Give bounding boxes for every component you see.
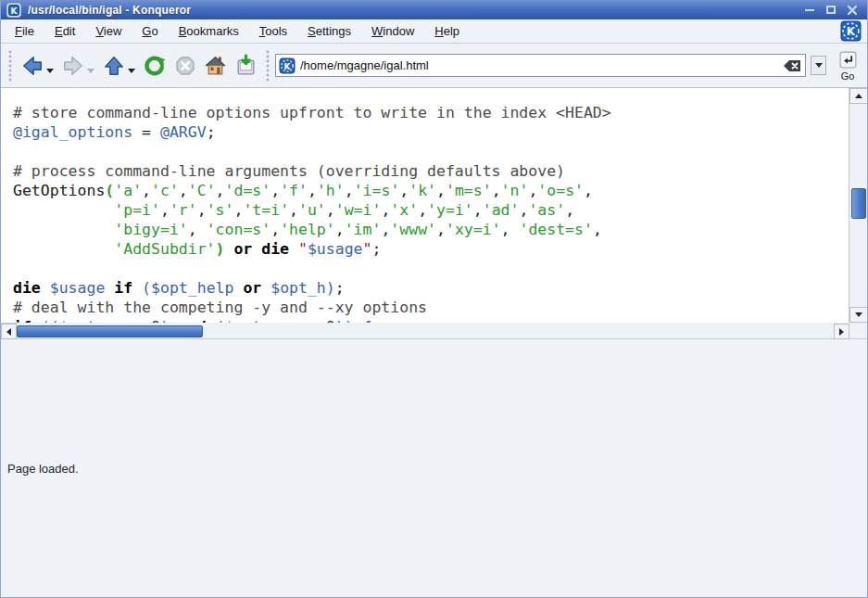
home-button[interactable] xyxy=(201,48,230,83)
page-view: # store command-line options upfront to … xyxy=(1,88,867,323)
scroll-up-button[interactable] xyxy=(849,88,867,104)
vertical-scrollbar[interactable] xyxy=(849,88,867,323)
menu-tools[interactable]: Tools xyxy=(249,20,297,42)
window-title: /usr/local/bin/igal - Konqueror xyxy=(28,4,797,17)
code-line xyxy=(13,259,849,278)
menu-window[interactable]: Window xyxy=(361,20,424,42)
menubar: File Edit View Go Bookmarks Tools Settin… xyxy=(1,19,867,44)
location-toolbar: K xyxy=(275,54,826,77)
back-dropdown-caret[interactable] xyxy=(46,69,54,73)
svg-text:K: K xyxy=(847,25,856,38)
go-enter-arrow-icon xyxy=(838,50,858,70)
statusbar: Page loaded. xyxy=(1,338,867,597)
code-line: @igal_options = @ARGV; xyxy=(13,122,849,142)
kde-app-icon: K xyxy=(6,3,21,18)
toolbar-drag-handle[interactable] xyxy=(7,50,13,82)
menu-go[interactable]: Go xyxy=(132,20,168,42)
location-toolbar-drag-handle[interactable] xyxy=(265,50,270,82)
minimize-icon[interactable] xyxy=(803,4,816,17)
scroll-left-button[interactable] xyxy=(1,324,17,339)
location-bar[interactable]: K xyxy=(275,54,806,77)
forward-button[interactable] xyxy=(58,48,97,83)
triangle-left-icon xyxy=(6,328,11,336)
menu-file[interactable]: File xyxy=(5,20,44,42)
arrow-left-icon xyxy=(20,54,44,78)
menu-edit[interactable]: Edit xyxy=(44,20,85,42)
stop-button[interactable] xyxy=(171,48,199,83)
chevron-down-icon xyxy=(815,63,823,68)
horizontal-scrollbar[interactable] xyxy=(1,323,17,338)
code-line: if (($opt_y == 0) and ($opt_xy == 0)) { xyxy=(13,317,849,323)
triangle-up-icon xyxy=(855,94,862,98)
code-line xyxy=(13,142,849,161)
code-viewer: # store command-line options upfront to … xyxy=(1,88,849,323)
konqueror-page-icon: K xyxy=(279,57,296,74)
menu-bookmarks[interactable]: Bookmarks xyxy=(169,20,249,42)
code-line: 'bigy=i', 'con=s','help','im','www','xy=… xyxy=(13,220,849,239)
main-toolbar: K Go xyxy=(1,44,867,88)
triangle-down-icon xyxy=(855,312,862,317)
download-tray-icon xyxy=(234,54,258,77)
go-button[interactable]: Go xyxy=(832,45,863,86)
up-button[interactable] xyxy=(99,48,138,83)
horizontal-scrollbar-thumb[interactable] xyxy=(17,325,203,337)
titlebar[interactable]: K /usr/local/bin/igal - Konqueror xyxy=(1,0,867,19)
reload-icon xyxy=(143,54,167,78)
menu-help[interactable]: Help xyxy=(424,20,470,42)
maximize-icon[interactable] xyxy=(824,4,837,17)
code-line: die $usage if ($opt_help or $opt_h); xyxy=(13,278,849,298)
url-history-dropdown[interactable] xyxy=(811,56,826,75)
status-text: Page loaded. xyxy=(7,462,79,476)
clear-url-icon[interactable] xyxy=(782,57,802,74)
close-icon[interactable] xyxy=(846,4,859,17)
code-line: GetOptions('a','c','C','d=s','f','h','i=… xyxy=(13,181,849,200)
svg-text:K: K xyxy=(284,61,292,70)
save-button[interactable] xyxy=(232,48,260,83)
stop-icon xyxy=(174,55,196,77)
back-button[interactable] xyxy=(18,48,57,83)
code-line: # store command-line options upfront to … xyxy=(13,103,849,122)
svg-text:K: K xyxy=(11,6,19,15)
scroll-down-button[interactable] xyxy=(849,307,867,323)
menu-view[interactable]: View xyxy=(85,20,132,42)
home-icon xyxy=(204,54,227,77)
konqueror-window: K /usr/local/bin/igal - Konqueror File E… xyxy=(0,0,868,598)
vertical-scrollbar-thumb[interactable] xyxy=(851,188,866,219)
go-button-label: Go xyxy=(841,70,855,82)
horizontal-scrollbar-row xyxy=(1,323,867,338)
code-line: # process command-line arguments (overri… xyxy=(13,161,849,181)
code-line: 'p=i','r','s','t=i','u','w=i','x','y=i',… xyxy=(13,200,849,220)
code-line: 'AddSubdir') or die "$usage"; xyxy=(13,239,849,259)
arrow-up-icon xyxy=(102,54,126,78)
forward-dropdown-caret[interactable] xyxy=(87,69,94,73)
url-input[interactable] xyxy=(300,58,777,72)
code-line: # deal with the competing -y and --xy op… xyxy=(13,298,849,317)
scroll-right-button[interactable] xyxy=(834,324,849,339)
arrow-right-icon xyxy=(61,54,85,78)
reload-button[interactable] xyxy=(140,48,170,83)
up-dropdown-caret[interactable] xyxy=(128,69,135,73)
kde-gear-logo-icon[interactable]: K xyxy=(840,20,862,42)
triangle-right-icon xyxy=(839,328,844,336)
menu-settings[interactable]: Settings xyxy=(297,20,361,42)
